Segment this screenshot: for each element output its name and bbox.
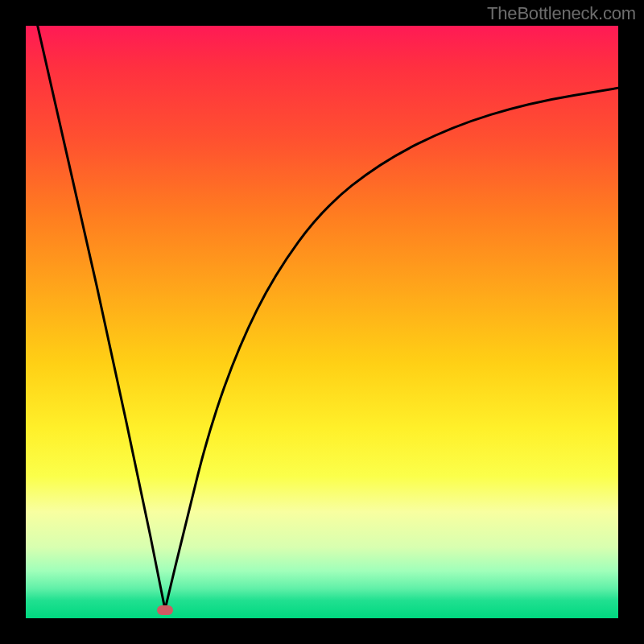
curve-left-branch [38, 26, 165, 609]
curve-svg [26, 26, 618, 618]
bottleneck-marker [157, 605, 173, 615]
chart-frame: TheBottleneck.com [0, 0, 644, 644]
curve-right-branch [165, 88, 618, 609]
watermark-text: TheBottleneck.com [487, 3, 636, 24]
plot-area [26, 26, 618, 618]
